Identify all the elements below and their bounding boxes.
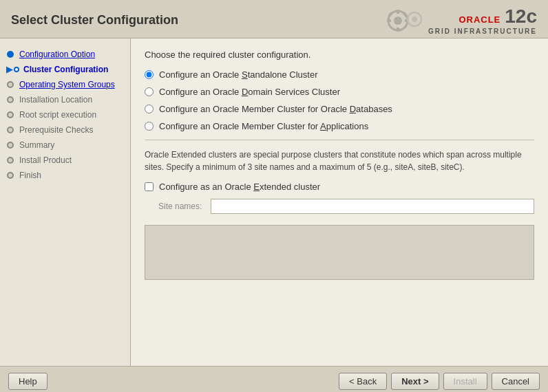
next-button[interactable]: Next > [391, 373, 439, 390]
header: Select Cluster Configuration ORACLE 12c … [0, 0, 548, 39]
radio-member-app-label: Configure an Oracle Member Cluster for A… [159, 121, 368, 131]
site-names-row: Site names: [158, 199, 534, 214]
sidebar-item-os-groups[interactable]: Operating System Groups [0, 77, 130, 92]
sidebar-dot-finish [7, 172, 14, 179]
extended-cluster-checkbox[interactable] [145, 182, 154, 191]
svg-point-1 [394, 17, 402, 25]
radio-domain-label: Configure an Oracle Domain Services Clus… [159, 87, 340, 97]
radio-standalone[interactable] [145, 70, 154, 79]
sidebar-item-summary: Summary [0, 138, 130, 153]
radio-standalone-label: Configure an Oracle Standalone Cluster [159, 69, 318, 80]
extended-checkbox-row[interactable]: Configure as an Oracle Extended cluster [145, 182, 534, 192]
radio-option-member-db[interactable]: Configure an Oracle Member Cluster for O… [145, 104, 534, 114]
radio-member-db-label: Configure an Oracle Member Cluster for O… [159, 104, 392, 114]
sidebar-item-config-option[interactable]: Configuration Option [0, 47, 130, 62]
sidebar-item-finish: Finish [0, 168, 130, 183]
svg-rect-2 [397, 10, 399, 14]
radio-member-app[interactable] [145, 122, 154, 131]
install-button[interactable]: Install [443, 373, 487, 390]
sidebar-dot-os [7, 81, 14, 88]
sidebar-item-install-location: Installation Location [0, 92, 130, 107]
sidebar-item-root-script: Root script execution [0, 107, 130, 122]
svg-point-9 [412, 17, 417, 22]
footer-left: Help [8, 373, 48, 390]
sidebar-dot-prereq [7, 127, 14, 133]
site-names-label: Site names: [158, 202, 205, 211]
sidebar: Configuration Option ▶ Cluster Configura… [0, 39, 131, 366]
radio-option-domain[interactable]: Configure an Oracle Domain Services Clus… [145, 87, 534, 97]
svg-rect-4 [387, 19, 391, 22]
sidebar-item-install-product: Install Product [0, 153, 130, 168]
sidebar-dot-cluster [14, 67, 19, 72]
back-button[interactable]: < Back [339, 373, 387, 390]
help-button[interactable]: Help [8, 373, 48, 390]
sidebar-dot-root [7, 111, 14, 118]
footer: Help < Back Next > Install Cancel [0, 366, 548, 392]
instruction-text: Choose the required cluster configuratio… [145, 50, 534, 60]
footer-right: < Back Next > Install Cancel [339, 373, 540, 390]
cancel-button[interactable]: Cancel [492, 373, 540, 390]
extended-desc-text: Oracle Extended clusters are special pur… [145, 149, 534, 173]
sidebar-dot-install-product [7, 157, 14, 164]
main-layout: Configuration Option ▶ Cluster Configura… [0, 39, 548, 366]
oracle-brand: ORACLE 12c GRID INFRASTRUCTURE [428, 6, 537, 35]
content-area: Choose the required cluster configuratio… [131, 39, 548, 366]
gear-icon [384, 7, 425, 34]
extended-section: Oracle Extended clusters are special pur… [145, 140, 534, 214]
page-title: Select Cluster Configuration [11, 13, 178, 28]
oracle-text: ORACLE [459, 14, 500, 25]
radio-domain[interactable] [145, 87, 154, 96]
oracle-logo-area: ORACLE 12c GRID INFRASTRUCTURE [384, 6, 537, 35]
sidebar-item-prereq: Prerequisite Checks [0, 122, 130, 138]
grid-infrastructure-text: GRID INFRASTRUCTURE [428, 28, 537, 35]
oracle-version: 12c [505, 6, 537, 28]
site-names-input[interactable] [211, 199, 534, 214]
log-area [145, 225, 534, 280]
radio-member-db[interactable] [145, 105, 154, 113]
sidebar-dot-config-option [7, 51, 14, 58]
radio-group-cluster: Configure an Oracle Standalone Cluster C… [145, 69, 534, 131]
radio-option-member-app[interactable]: Configure an Oracle Member Cluster for A… [145, 121, 534, 131]
radio-option-standalone[interactable]: Configure an Oracle Standalone Cluster [145, 69, 534, 80]
sidebar-dot-summary [7, 142, 14, 149]
sidebar-item-cluster-config[interactable]: ▶ Cluster Configuration [0, 62, 130, 77]
sidebar-dot-install [7, 96, 14, 103]
extended-checkbox-label[interactable]: Configure as an Oracle Extended cluster [159, 182, 320, 192]
svg-rect-3 [397, 28, 399, 32]
sidebar-arrow-cluster: ▶ [6, 65, 12, 74]
